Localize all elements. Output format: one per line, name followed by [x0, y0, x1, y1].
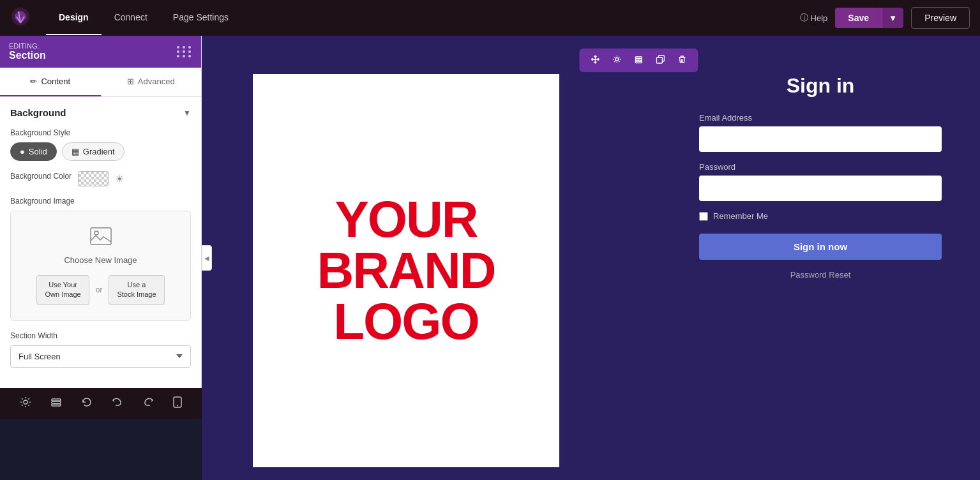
nav-tab-design[interactable]: Design	[46, 1, 102, 35]
tab-advanced[interactable]: ⊞ Advanced	[101, 68, 202, 96]
undo-toolbar-button[interactable]	[107, 391, 128, 416]
settings-toolbar-button[interactable]	[15, 391, 36, 416]
grid-icon: ⊞	[127, 77, 134, 86]
nav-tab-connect[interactable]: Connect	[102, 1, 160, 35]
image-upload-actions: Use Your Own Image or Use a Stock Image	[21, 275, 180, 305]
svg-point-8	[615, 58, 618, 61]
color-picker-icon[interactable]: ☀	[115, 173, 124, 185]
background-color-label: Background Color	[10, 172, 72, 181]
canvas-move-tool[interactable]	[585, 52, 605, 68]
mobile-view-toolbar-button[interactable]	[168, 391, 187, 416]
panel-body: Background ▼ Background Style ● Solid ▦ …	[0, 97, 201, 388]
left-panel-wrapper: EDITING: Section ✏ Content ⊞ Advanced	[0, 36, 202, 480]
svg-rect-3	[52, 399, 61, 401]
tab-content[interactable]: ✏ Content	[0, 68, 101, 96]
topnav: Design Connect Page Settings ⓘ Help Save…	[0, 0, 980, 36]
svg-point-2	[24, 400, 27, 404]
solid-label: Solid	[29, 147, 47, 156]
nav-tab-page-settings[interactable]: Page Settings	[160, 1, 241, 35]
brand-line1: YOUR	[317, 194, 495, 245]
brand-logo-section: YOUR BRAND LOGO	[253, 74, 559, 467]
help-circle-icon: ⓘ	[800, 12, 808, 24]
svg-rect-9	[635, 57, 642, 59]
image-upload-box: Choose New Image Use Your Own Image or U…	[10, 211, 191, 321]
section-width-label: Section Width	[10, 331, 191, 340]
email-label: Email Address	[699, 113, 942, 123]
panel-tabs: ✏ Content ⊞ Advanced	[0, 68, 201, 97]
background-chevron-icon: ▼	[183, 109, 191, 117]
history-back-toolbar-button[interactable]	[76, 391, 98, 416]
canvas-toolbar	[579, 49, 698, 72]
brand-line2: BRAND	[317, 245, 495, 296]
canvas-settings-tool[interactable]	[607, 52, 626, 68]
save-button-group: Save ▼	[835, 8, 903, 28]
svg-rect-11	[635, 61, 642, 63]
style-gradient-button[interactable]: ▦ Gradient	[62, 142, 124, 161]
use-own-image-button[interactable]: Use Your Own Image	[36, 275, 89, 305]
remember-checkbox[interactable]	[699, 212, 708, 221]
logo-icon	[10, 6, 46, 29]
circle-icon: ●	[20, 147, 25, 156]
save-dropdown-button[interactable]: ▼	[882, 8, 903, 28]
style-solid-button[interactable]: ● Solid	[10, 142, 57, 161]
background-style-field: Background Style ● Solid ▦ Gradient	[10, 128, 191, 161]
background-style-options: ● Solid ▦ Gradient	[10, 142, 191, 161]
canvas-layers-tool[interactable]	[629, 52, 648, 68]
password-field-group: Password	[699, 162, 942, 201]
background-image-field: Background Image Choose New Image Use Yo…	[10, 197, 191, 321]
or-divider: or	[96, 285, 103, 294]
remember-me-row: Remember Me	[699, 211, 768, 221]
color-swatch[interactable]	[78, 171, 109, 186]
panel-header: EDITING: Section	[0, 36, 201, 68]
panel-header-info: EDITING: Section	[9, 42, 46, 61]
password-input[interactable]	[699, 176, 942, 201]
topnav-right: ⓘ Help Save ▼ Preview	[800, 7, 970, 29]
section-title: Section	[9, 50, 46, 61]
tab-content-label: Content	[41, 77, 70, 86]
background-section-header[interactable]: Background ▼	[10, 107, 191, 118]
brand-line3: LOGO	[317, 296, 495, 347]
chevron-down-icon: ▼	[889, 13, 897, 23]
svg-rect-13	[656, 57, 662, 63]
canvas-area: YOUR BRAND LOGO Sign in Email Address Pa…	[202, 36, 980, 480]
editing-label: EDITING:	[9, 42, 46, 50]
preview-button[interactable]: Preview	[911, 7, 970, 29]
gradient-label: Gradient	[83, 147, 115, 156]
email-input[interactable]	[699, 126, 942, 152]
background-color-field: Background Color ☀	[10, 171, 191, 186]
svg-point-1	[94, 231, 98, 235]
redo-toolbar-button[interactable]	[137, 391, 159, 416]
dots-grid-icon[interactable]	[177, 46, 192, 57]
sign-in-section: Sign in Email Address Password Remember …	[699, 74, 942, 280]
sign-in-now-button[interactable]: Sign in now	[699, 234, 942, 260]
canvas-duplicate-tool[interactable]	[651, 52, 670, 68]
use-stock-image-button[interactable]: Use a Stock Image	[109, 275, 164, 305]
help-button[interactable]: ⓘ Help	[800, 12, 828, 24]
email-field-group: Email Address	[699, 113, 942, 152]
main-layout: EDITING: Section ✏ Content ⊞ Advanced	[0, 36, 980, 480]
section-width-select[interactable]: Full Screen Boxed Custom	[10, 345, 191, 368]
section-width-field: Section Width Full Screen Boxed Custom	[10, 331, 191, 368]
layers-toolbar-button[interactable]	[45, 391, 67, 416]
background-section-title: Background	[10, 107, 66, 118]
nav-tabs: Design Connect Page Settings	[46, 1, 241, 35]
tab-advanced-label: Advanced	[138, 77, 175, 86]
password-label: Password	[699, 162, 942, 172]
choose-new-image-label: Choose New Image	[21, 255, 180, 265]
image-icon	[21, 227, 180, 250]
pencil-icon: ✏	[30, 77, 37, 86]
save-button[interactable]: Save	[835, 8, 882, 28]
panel-collapse-handle[interactable]: ◀	[202, 245, 212, 271]
svg-rect-5	[52, 404, 61, 406]
help-label: Help	[811, 13, 828, 23]
svg-rect-0	[91, 228, 111, 244]
gradient-icon: ▦	[72, 147, 79, 156]
remember-label: Remember Me	[713, 211, 768, 221]
svg-rect-10	[635, 59, 642, 61]
canvas-delete-tool[interactable]	[672, 52, 691, 68]
svg-point-7	[177, 405, 178, 406]
background-image-label: Background Image	[10, 197, 191, 206]
sign-in-title: Sign in	[787, 74, 855, 98]
password-reset-link[interactable]: Password Reset	[790, 270, 851, 280]
background-style-label: Background Style	[10, 128, 191, 137]
